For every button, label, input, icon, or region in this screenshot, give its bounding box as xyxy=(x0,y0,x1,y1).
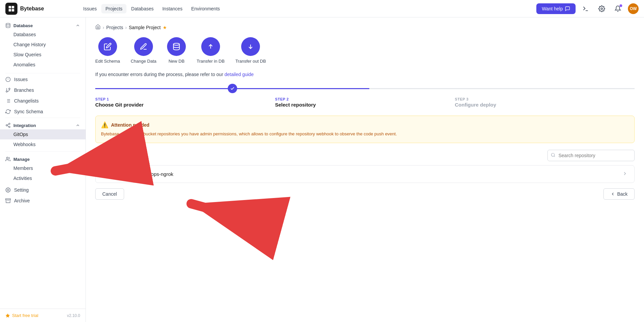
transfer-in-circle xyxy=(201,37,220,56)
refresh-button[interactable] xyxy=(95,150,106,161)
setting-label: Setting xyxy=(14,187,29,193)
logo-text: Bytebase xyxy=(20,6,44,12)
notif-dot xyxy=(620,4,622,7)
sidebar-item-activities[interactable]: Activities xyxy=(0,173,86,183)
change-data-label: Change Data xyxy=(131,59,157,64)
logo-icon xyxy=(5,3,17,15)
transfer-out-circle xyxy=(241,37,260,56)
sidebar-item-gitops[interactable]: GitOps xyxy=(0,129,86,139)
attention-box: ⚠️ Attention needed Bytebase only lists … xyxy=(95,116,635,143)
home-icon[interactable] xyxy=(95,24,101,30)
sidebar-item-databases[interactable]: Databases xyxy=(0,29,86,40)
svg-point-20 xyxy=(6,125,7,126)
attention-text: Bytebase only lists Bitbucket repositori… xyxy=(101,131,629,137)
sidebar-item-slow-queries[interactable]: Slow Queries xyxy=(0,50,86,60)
database-section-label: Database xyxy=(13,23,33,28)
nav-item-issues[interactable]: Issues xyxy=(79,4,101,13)
steps-progress-row xyxy=(95,84,635,93)
step1-num: STEP 1 xyxy=(95,97,275,101)
svg-rect-0 xyxy=(9,6,11,8)
svg-rect-26 xyxy=(6,199,11,200)
sidebar-item-setting[interactable]: Setting xyxy=(0,185,86,195)
sidebar-divider-2 xyxy=(5,118,80,118)
sidebar-divider-3 xyxy=(5,151,80,152)
sidebar-group-database[interactable]: Database xyxy=(0,20,86,29)
bottom-actions: Cancel Back xyxy=(95,188,635,200)
notification-icon-btn[interactable] xyxy=(612,3,624,15)
sidebar-item-change-history[interactable]: Change History xyxy=(0,40,86,50)
nav-item-databases[interactable]: Databases xyxy=(127,4,158,13)
archive-label: Archive xyxy=(14,198,30,203)
action-change-data[interactable]: Change Data xyxy=(131,37,157,64)
attention-header: ⚠️ Attention needed xyxy=(101,121,629,129)
sidebar-item-sync-schema[interactable]: Sync Schema xyxy=(0,106,86,117)
sidebar-section-manage: Manage Members Activities xyxy=(0,152,86,185)
svg-point-25 xyxy=(7,189,9,191)
steps-container: STEP 1 Choose Git provider STEP 2 Select… xyxy=(95,84,635,108)
sidebar-item-branches[interactable]: Branches xyxy=(0,85,86,95)
settings-icon-btn[interactable] xyxy=(596,3,608,15)
terminal-icon-btn[interactable] xyxy=(580,3,592,15)
svg-rect-1 xyxy=(12,6,14,8)
edit-schema-circle xyxy=(98,37,117,56)
cancel-button[interactable]: Cancel xyxy=(95,188,124,200)
svg-point-32 xyxy=(551,153,554,156)
notice-link[interactable]: detailed guide xyxy=(224,72,254,77)
sidebar-item-issues[interactable]: Issues xyxy=(0,74,86,85)
breadcrumb-sep-2: › xyxy=(125,25,127,30)
back-label: Back xyxy=(617,191,628,197)
start-trial-button[interactable]: Start free trial xyxy=(5,313,38,318)
branches-label: Branches xyxy=(14,87,34,93)
action-transfer-in[interactable]: Transfer in DB xyxy=(197,37,224,64)
nav-item-environments[interactable]: Environments xyxy=(187,4,224,13)
issues-label: Issues xyxy=(14,77,28,82)
step3-title: Configure deploy xyxy=(455,102,635,108)
nav-item-projects[interactable]: Projects xyxy=(101,4,126,13)
sidebar-group-manage[interactable]: Manage xyxy=(0,154,86,163)
integration-section-label: Integration xyxy=(13,123,36,128)
search-row xyxy=(95,150,635,161)
svg-point-21 xyxy=(9,126,10,128)
repo-name-0: bytebase-demo/bb-gitops-ngrok xyxy=(102,171,173,177)
step2-bar xyxy=(237,88,370,89)
attention-title: Attention needed xyxy=(111,122,149,128)
want-help-button[interactable]: Want help xyxy=(536,3,576,14)
transfer-out-label: Transfer out DB xyxy=(235,59,266,64)
changelists-label: Changelists xyxy=(14,98,39,104)
topnav: Bytebase Issues Projects Databases Insta… xyxy=(0,0,644,17)
repo-item-0[interactable]: bytebase-demo/bb-gitops-ngrok xyxy=(95,165,635,183)
nav-item-instances[interactable]: Instances xyxy=(158,4,186,13)
new-db-label: New DB xyxy=(168,59,184,64)
action-edit-schema[interactable]: Edit Schema xyxy=(95,37,120,64)
action-transfer-out[interactable]: Transfer out DB xyxy=(235,37,266,64)
breadcrumb-projects[interactable]: Projects xyxy=(106,25,123,30)
breadcrumb-star[interactable]: ★ xyxy=(163,25,167,30)
topnav-items: Issues Projects Databases Instances Envi… xyxy=(79,4,535,13)
new-db-circle xyxy=(167,37,186,56)
back-button[interactable]: Back xyxy=(603,188,635,200)
topnav-right: Want help OW xyxy=(536,3,639,15)
svg-line-33 xyxy=(554,156,555,157)
svg-point-11 xyxy=(9,88,10,89)
action-new-db[interactable]: New DB xyxy=(167,37,186,64)
search-input[interactable] xyxy=(547,150,635,161)
sidebar-item-members[interactable]: Members xyxy=(0,163,86,173)
sidebar-section-integration: Integration GitOps Webhooks xyxy=(0,119,86,151)
trial-label: Start free trial xyxy=(12,313,38,318)
logo[interactable]: Bytebase xyxy=(5,3,72,15)
sidebar-item-webhooks[interactable]: Webhooks xyxy=(0,139,86,149)
sidebar-group-integration[interactable]: Integration xyxy=(0,120,86,129)
sidebar-item-anomalies[interactable]: Anomalies xyxy=(0,60,86,70)
step1-check xyxy=(228,84,237,93)
breadcrumb-current: Sample Project xyxy=(129,25,161,30)
sidebar-item-archive[interactable]: Archive xyxy=(0,195,86,206)
step3-num: STEP 3 xyxy=(455,97,635,101)
avatar[interactable]: OW xyxy=(628,3,639,14)
repository-list: bytebase-demo/bb-gitops-ngrok xyxy=(95,165,635,183)
sidebar-item-changelists[interactable]: Changelists xyxy=(0,95,86,106)
breadcrumb: › Projects › Sample Project ★ xyxy=(95,24,635,30)
step1-title: Choose Git provider xyxy=(95,102,275,108)
step2-label: STEP 2 Select repository xyxy=(275,97,455,108)
sidebar: Database Databases Change History Slow Q… xyxy=(0,17,86,322)
attention-icon: ⚠️ xyxy=(101,121,108,129)
